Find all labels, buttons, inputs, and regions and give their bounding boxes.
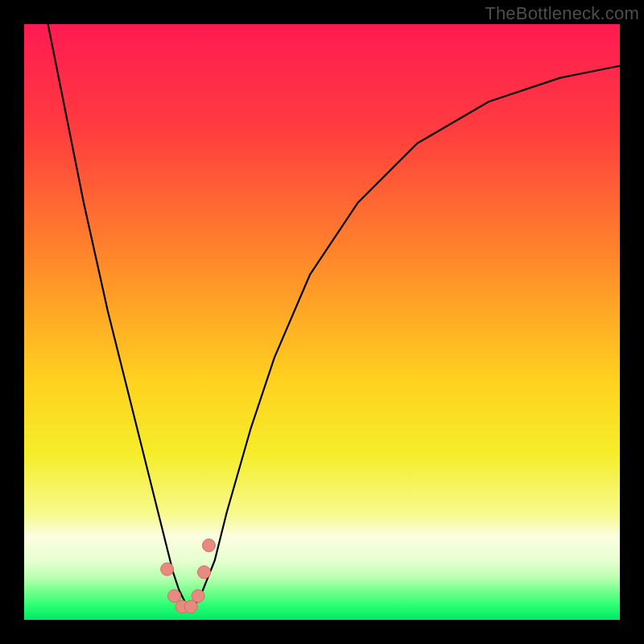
bottleneck-chart bbox=[24, 24, 620, 620]
curve-marker bbox=[167, 589, 180, 602]
gradient-background bbox=[24, 24, 620, 620]
curve-marker bbox=[192, 589, 204, 602]
watermark-text: TheBottleneck.com bbox=[485, 3, 639, 24]
curve-marker bbox=[197, 566, 210, 579]
curve-marker bbox=[202, 539, 215, 552]
curve-marker bbox=[161, 563, 174, 576]
chart-frame bbox=[24, 24, 620, 620]
